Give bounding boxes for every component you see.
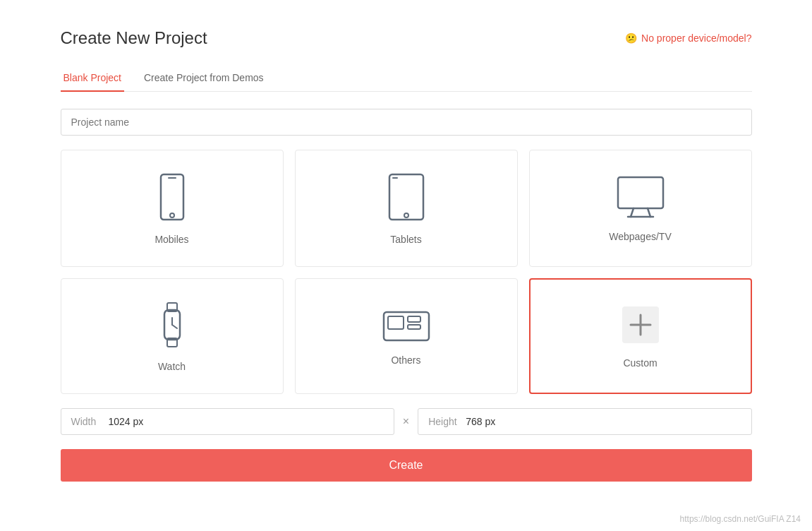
width-field[interactable]: Width 1024 px — [61, 408, 394, 435]
project-name-input[interactable] — [61, 109, 752, 136]
tab-create-from-demos[interactable]: Create Project from Demos — [141, 65, 267, 92]
tab-blank-project[interactable]: Blank Project — [61, 65, 124, 92]
device-card-mobiles[interactable]: Mobiles — [61, 150, 284, 267]
width-value: 1024 px — [109, 416, 144, 427]
svg-point-2 — [170, 213, 174, 217]
svg-rect-5 — [392, 177, 398, 179]
svg-rect-6 — [618, 177, 663, 208]
svg-line-7 — [631, 208, 634, 217]
device-label-watch: Watch — [158, 361, 186, 372]
tablet-icon — [385, 172, 428, 222]
footer-url: https://blog.csdn.net/GuiFIA Z14 — [680, 514, 801, 524]
device-grid: Mobiles Tablets — [61, 150, 752, 394]
height-value: 768 px — [466, 416, 495, 427]
tabs-container: Blank Project Create Project from Demos — [61, 65, 752, 92]
device-label-webpages: Webpages/TV — [609, 231, 671, 242]
device-card-custom[interactable]: Custom — [529, 278, 752, 394]
emoji-icon: 😕 — [625, 32, 637, 44]
svg-rect-17 — [408, 316, 420, 322]
page-title: Create New Project — [61, 28, 207, 48]
watch-icon — [154, 300, 190, 350]
svg-rect-16 — [388, 316, 404, 329]
device-card-tablets[interactable]: Tablets — [295, 150, 518, 267]
svg-line-14 — [172, 325, 177, 328]
create-button[interactable]: Create — [61, 449, 752, 482]
device-card-others[interactable]: Others — [295, 278, 518, 394]
mobile-icon — [155, 172, 189, 222]
height-field[interactable]: Height 768 px — [418, 408, 751, 435]
custom-icon — [619, 304, 662, 346]
device-card-webpages[interactable]: Webpages/TV — [529, 150, 752, 267]
no-device-label: No proper device/model? — [641, 32, 751, 44]
svg-rect-18 — [408, 325, 420, 329]
times-symbol: × — [403, 415, 409, 428]
svg-point-4 — [404, 213, 408, 217]
svg-line-8 — [648, 208, 650, 217]
others-icon — [381, 306, 432, 343]
device-label-mobiles: Mobiles — [154, 234, 188, 245]
no-device-link[interactable]: 😕 No proper device/model? — [625, 32, 751, 44]
dimensions-row: Width 1024 px × Height 768 px — [61, 408, 752, 435]
device-label-tablets: Tablets — [390, 234, 421, 245]
device-label-others: Others — [391, 354, 420, 366]
height-label: Height — [428, 416, 460, 427]
device-label-custom: Custom — [623, 357, 657, 369]
svg-rect-1 — [168, 177, 176, 179]
device-card-watch[interactable]: Watch — [61, 278, 284, 394]
monitor-icon — [615, 174, 666, 220]
width-label: Width — [71, 416, 103, 427]
